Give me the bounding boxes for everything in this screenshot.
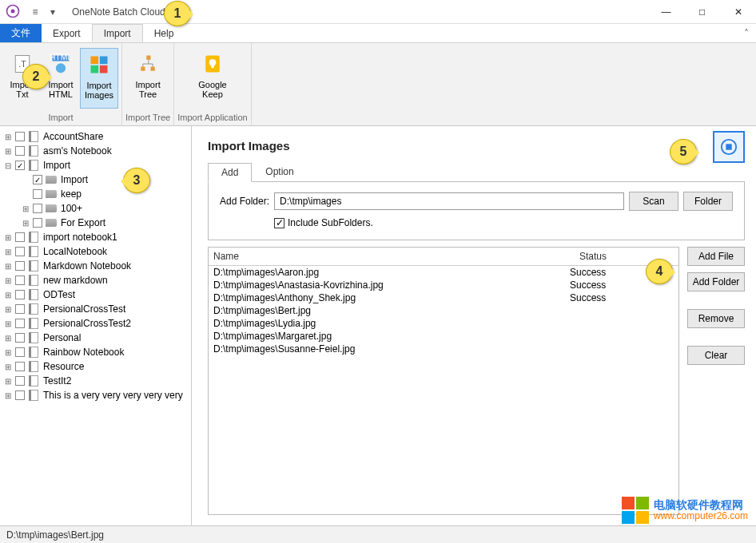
tree-checkbox[interactable] (15, 347, 25, 357)
expand-icon[interactable]: ⊞ (21, 219, 30, 228)
add-file-button[interactable]: Add File (687, 247, 745, 266)
tree-checkbox[interactable] (15, 319, 25, 328)
add-folder-button[interactable]: Add Folder (687, 272, 745, 291)
include-subfolders-checkbox[interactable]: ✓ (274, 218, 284, 228)
tree-row[interactable]: ⊞Personal (0, 331, 191, 345)
tree-row[interactable]: ⊞LocalNotebook (0, 244, 191, 259)
col-name[interactable]: Name (209, 248, 575, 265)
expand-icon[interactable]: ⊞ (3, 305, 13, 314)
file-row[interactable]: D:\tmp\images\Aaron.jpgSuccess (209, 266, 678, 279)
tree-checkbox[interactable] (15, 161, 25, 170)
tab-option[interactable]: Option (252, 162, 307, 181)
expand-icon[interactable]: ⊞ (21, 204, 30, 213)
file-row[interactable]: D:\tmp\images\Bert.jpg (209, 304, 678, 317)
tree-row[interactable]: ⊞new markdown (0, 273, 191, 287)
expand-icon[interactable]: ⊞ (3, 262, 13, 271)
folder-path-input[interactable] (274, 192, 624, 210)
close-button[interactable]: ✕ (720, 0, 756, 24)
tree-checkbox[interactable] (15, 247, 25, 256)
tab-help[interactable]: Help (143, 24, 185, 42)
tree-checkbox[interactable] (33, 218, 42, 228)
tree-checkbox[interactable] (15, 362, 25, 371)
tree-row[interactable]: ⊞Resource (0, 359, 191, 374)
tab-file[interactable]: 文件 (0, 24, 42, 42)
tab-export[interactable]: Export (42, 24, 92, 42)
expand-icon[interactable]: ⊞ (3, 291, 13, 299)
ribbon-icon (135, 51, 161, 77)
tree-checkbox[interactable] (15, 333, 25, 343)
tree-row[interactable]: ⊞import notebook1 (0, 230, 191, 244)
expand-icon[interactable]: ⊞ (3, 348, 13, 357)
tree-row[interactable]: ⊞PersionalCrossTest (0, 302, 191, 316)
ribbon-google-keep[interactable]: Google Keep (193, 48, 232, 109)
minimize-button[interactable]: — (648, 0, 684, 24)
tree-row[interactable]: ⊞PersionalCrossTest2 (0, 316, 191, 331)
expand-icon[interactable]: ⊞ (3, 133, 13, 141)
expand-icon[interactable]: ⊞ (3, 248, 13, 256)
tree-checkbox[interactable] (15, 232, 25, 242)
clear-button[interactable]: Clear (687, 346, 745, 365)
tree-checkbox[interactable] (15, 390, 25, 400)
tree-row[interactable]: Import (0, 172, 191, 187)
quick-access-button[interactable]: ≡ (27, 4, 43, 20)
expand-icon[interactable]: ⊟ (3, 161, 13, 170)
file-row[interactable]: D:\tmp\images\Anthony_Shek.jpgSuccess (209, 291, 678, 304)
notebook-tree[interactable]: ⊞AccountShare⊞asm's Notebook⊟ImportImpor… (0, 126, 192, 525)
scan-button[interactable]: Scan (629, 192, 678, 211)
tree-checkbox[interactable] (15, 132, 25, 141)
remove-button[interactable]: Remove (687, 309, 745, 328)
stop-button[interactable] (713, 131, 745, 163)
expand-icon[interactable]: ⊞ (3, 147, 13, 156)
tab-import[interactable]: Import (92, 24, 143, 42)
tree-row[interactable]: keep (0, 187, 191, 201)
expand-icon[interactable]: ⊞ (3, 377, 13, 386)
tree-checkbox[interactable] (15, 261, 25, 271)
tree-checkbox[interactable] (15, 275, 25, 285)
notebook-icon (27, 318, 40, 329)
tree-checkbox[interactable] (15, 146, 25, 156)
tree-label: keep (61, 188, 82, 200)
tree-checkbox[interactable] (33, 175, 42, 184)
tree-row[interactable]: ⊞AccountShare (0, 129, 191, 144)
annotation-4: 4 (646, 259, 673, 284)
tree-row[interactable]: ⊞TestIt2 (0, 374, 191, 388)
tree-row[interactable]: ⊞100+ (0, 201, 191, 216)
tree-row[interactable]: ⊞Rainbow Notebook (0, 345, 191, 359)
titlebar: ≡ ▾ OneNote Batch Cloud — □ ✕ (0, 0, 756, 24)
maximize-button[interactable]: □ (684, 0, 720, 24)
tree-row[interactable]: ⊞For Export (0, 216, 191, 230)
expand-icon[interactable]: ⊞ (3, 391, 13, 400)
expand-icon[interactable]: ⊞ (3, 363, 13, 371)
file-row[interactable]: D:\tmp\images\Lydia.jpg (209, 317, 678, 330)
tree-checkbox[interactable] (15, 304, 25, 314)
file-list[interactable]: Name Status D:\tmp\images\Aaron.jpgSucce… (208, 247, 679, 515)
tree-checkbox[interactable] (33, 204, 42, 213)
file-row[interactable]: D:\tmp\images\Margaret.jpg (209, 330, 678, 343)
svg-text:.T: .T (18, 59, 26, 69)
collapse-ribbon-icon[interactable]: ˄ (737, 24, 756, 42)
expand-icon[interactable]: ⊞ (3, 319, 13, 328)
expand-icon[interactable]: ⊞ (3, 334, 13, 343)
expand-icon[interactable]: ⊞ (3, 233, 13, 242)
quick-dropdown-icon[interactable]: ▾ (45, 4, 61, 20)
tree-row[interactable]: ⊞asm's Notebook (0, 144, 191, 158)
tree-checkbox[interactable] (15, 376, 25, 386)
section-icon (45, 188, 58, 200)
ribbon-import-tree[interactable]: Import Tree (129, 48, 167, 109)
expand-icon[interactable]: ⊞ (3, 276, 13, 285)
ribbon-import-images[interactable]: Import Images (80, 48, 118, 109)
tree-row[interactable]: ⊞Markdown Notebook (0, 259, 191, 273)
file-name: D:\tmp\images\Margaret.jpg (213, 331, 570, 342)
folder-button[interactable]: Folder (683, 192, 733, 211)
tree-row[interactable]: ⊟Import (0, 158, 191, 172)
tree-label: import notebook1 (43, 232, 117, 243)
tab-add[interactable]: Add (208, 163, 252, 182)
tree-row[interactable]: ⊞This is a very very very very very (0, 388, 191, 402)
tree-row[interactable]: ⊞ODTest (0, 287, 191, 302)
file-name: D:\tmp\images\Anthony_Shek.jpg (213, 292, 570, 303)
tree-checkbox[interactable] (15, 290, 25, 299)
file-row[interactable]: D:\tmp\images\Susanne-Feiel.jpg (209, 343, 678, 355)
ribbon-icon (200, 51, 225, 77)
file-row[interactable]: D:\tmp\images\Anastasia-Kovrizhina.jpgSu… (209, 279, 678, 291)
tree-checkbox[interactable] (33, 189, 42, 199)
